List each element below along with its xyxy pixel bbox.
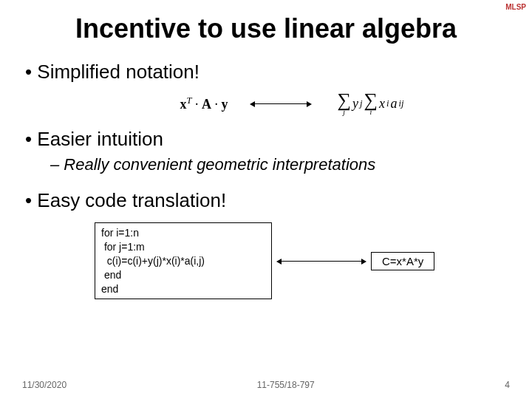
logo-badge: MLSP xyxy=(505,3,526,11)
double-arrow-icon xyxy=(281,261,362,262)
sigma-j-icon: ∑ j xyxy=(337,91,351,116)
formula-row: xT · A · y ∑ j yj ∑ i xiaij xyxy=(77,86,507,120)
footer-page: 4 xyxy=(505,380,510,390)
bullet-simplified: Simplified notation! xyxy=(25,61,507,83)
double-arrow-icon xyxy=(254,103,310,104)
logo-text: MLSP xyxy=(505,3,526,11)
slide-title: Incentive to use linear algebra xyxy=(0,13,532,44)
subbullet-geometric: Really convenient geometric interpretati… xyxy=(50,155,507,174)
footer-course: 11-755/18-797 xyxy=(257,380,315,390)
footer-date: 11/30/2020 xyxy=(22,380,66,390)
formula-rhs: ∑ j yj ∑ i xiaij xyxy=(337,91,403,116)
formula-lhs: xT · A · y xyxy=(180,95,228,112)
sigma-i-icon: ∑ i xyxy=(364,91,378,116)
code-row: for i=1:n for j=1:m c(i)=c(i)+y(j)*x(i)*… xyxy=(95,222,507,299)
slide-content: Simplified notation! xT · A · y ∑ j yj ∑… xyxy=(25,61,507,299)
code-loop-box: for i=1:n for j=1:m c(i)=c(i)+y(j)*x(i)*… xyxy=(95,222,272,299)
bullet-code: Easy code translation! xyxy=(25,189,507,212)
bullet-intuition: Easier intuition xyxy=(25,128,507,151)
slide-footer: 11/30/2020 11-755/18-797 4 xyxy=(0,380,532,390)
code-vec-box: C=x*A*y xyxy=(371,252,434,270)
